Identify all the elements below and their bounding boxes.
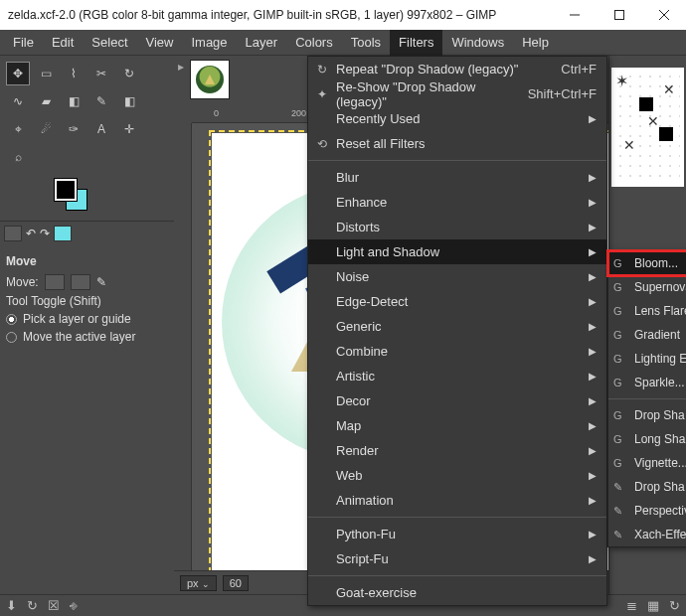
filters-item-recently-used[interactable]: Recently Used▶ xyxy=(308,106,606,131)
tool-color-picker[interactable]: ✛ xyxy=(117,117,141,141)
opt-pick-layer[interactable]: Pick a layer or guide xyxy=(6,310,168,328)
move-mode-selection[interactable] xyxy=(71,274,90,290)
ruler-toggle-icon[interactable]: ▸ xyxy=(178,60,184,74)
submenu-item-lighting-e[interactable]: GLighting E xyxy=(608,347,686,371)
filters-item-generic[interactable]: Generic▶ xyxy=(308,314,606,339)
menu-label: Reset all Filters xyxy=(336,136,426,151)
menu-layer[interactable]: Layer xyxy=(237,30,287,56)
menu-separator xyxy=(308,575,606,576)
menu-colors[interactable]: Colors xyxy=(286,30,342,56)
sb-anchor-icon[interactable]: ⎆ xyxy=(70,598,78,613)
chevron-right-icon: ▶ xyxy=(589,346,597,357)
image-tab-thumb[interactable] xyxy=(190,60,230,99)
menu-file[interactable]: File xyxy=(4,30,43,56)
cross-icon: ✕ xyxy=(663,81,675,97)
menu-filters[interactable]: Filters xyxy=(390,30,442,56)
submenu-item-perspective[interactable]: ✎Perspective xyxy=(608,499,686,523)
tool-gradient[interactable]: ◧ xyxy=(62,89,86,113)
menu-select[interactable]: Select xyxy=(83,30,136,56)
filters-item-repeat-drop-shadow-legacy-[interactable]: ↻Repeat "Drop Shadow (legacy)"Ctrl+F xyxy=(308,57,606,81)
filters-item-distorts[interactable]: Distorts▶ xyxy=(308,215,606,239)
filters-item-re-show-drop-shadow-legacy-[interactable]: ✦Re-Show "Drop Shadow (legacy)"Shift+Ctr… xyxy=(308,81,606,106)
menu-label: Enhance xyxy=(336,195,387,210)
filters-item-python-fu[interactable]: Python-Fu▶ xyxy=(308,522,606,546)
fg-color-swatch[interactable] xyxy=(55,179,77,201)
gegl-icon: ✎ xyxy=(613,505,629,518)
filters-item-goat-exercise[interactable]: Goat-exercise xyxy=(308,580,606,605)
submenu-item-lens-flare[interactable]: GLens Flare xyxy=(608,299,686,323)
minimize-button[interactable] xyxy=(552,0,597,30)
sb-download-icon[interactable]: ⬇ xyxy=(6,598,17,613)
filters-item-reset-all-filters[interactable]: ⟲Reset all Filters xyxy=(308,131,606,156)
gegl-icon: G xyxy=(613,281,629,293)
color-swatches[interactable] xyxy=(0,175,174,221)
filters-item-script-fu[interactable]: Script-Fu▶ xyxy=(308,546,606,571)
sb-refresh-icon[interactable]: ↻ xyxy=(27,598,38,613)
tool-crop[interactable]: ✂ xyxy=(89,62,113,85)
menu-view[interactable]: View xyxy=(137,30,183,56)
move-mode-path-icon[interactable]: ✎ xyxy=(96,275,106,289)
menu-edit[interactable]: Edit xyxy=(43,30,83,56)
zoom-selector[interactable]: 60 xyxy=(223,575,249,591)
menu-help[interactable]: Help xyxy=(513,30,558,56)
submenu-item-drop-sha[interactable]: ✎Drop Sha xyxy=(608,475,686,499)
radio-icon xyxy=(6,314,17,325)
sb-delete-icon[interactable]: ☒ xyxy=(48,598,60,613)
filters-item-light-and-shadow[interactable]: Light and Shadow▶ xyxy=(308,239,606,264)
submenu-item-bloom-[interactable]: GBloom... xyxy=(608,251,686,275)
tool-rotate[interactable]: ↻ xyxy=(117,62,141,85)
tool-eraser[interactable]: ◧ xyxy=(117,89,141,113)
tool-smudge[interactable]: ☄ xyxy=(34,117,58,141)
tool-move[interactable]: ✥ xyxy=(6,62,30,85)
sb-grid-icon[interactable]: ▦ xyxy=(647,598,659,613)
tool-text[interactable]: A xyxy=(89,117,113,141)
tool-clone[interactable]: ⌖ xyxy=(6,117,30,141)
menu-windows[interactable]: Windows xyxy=(442,30,513,56)
tool-rect-select[interactable]: ▭ xyxy=(34,62,58,85)
filters-item-decor[interactable]: Decor▶ xyxy=(308,388,606,413)
filters-item-combine[interactable]: Combine▶ xyxy=(308,339,606,364)
submenu-item-supernova[interactable]: GSupernova xyxy=(608,275,686,299)
move-label: Move: xyxy=(6,275,39,289)
filters-item-noise[interactable]: Noise▶ xyxy=(308,264,606,289)
move-mode-layer[interactable] xyxy=(45,274,65,290)
tool-zoom[interactable]: ⌕ xyxy=(6,145,30,169)
undo-icon[interactable]: ↶ xyxy=(26,227,36,240)
tool-warp[interactable]: ∿ xyxy=(6,89,30,113)
redo-icon[interactable]: ↷ xyxy=(40,227,50,240)
ruler-vertical[interactable] xyxy=(174,123,192,594)
unit-selector[interactable]: px ⌄ xyxy=(180,575,217,591)
sb-list-icon[interactable]: ≣ xyxy=(626,598,637,613)
submenu-item-xach-effe[interactable]: ✎Xach-Effe xyxy=(608,523,686,546)
pattern-preview[interactable]: ✶ ✕ ✕ ✕ xyxy=(611,68,684,187)
filters-item-blur[interactable]: Blur▶ xyxy=(308,165,606,190)
filters-item-map[interactable]: Map▶ xyxy=(308,413,606,438)
submenu-item-drop-sha[interactable]: GDrop Sha xyxy=(608,403,686,427)
menu-tools[interactable]: Tools xyxy=(342,30,390,56)
tool-bucket[interactable]: ▰ xyxy=(34,89,58,113)
menu-label: Generic xyxy=(336,319,382,334)
tool-pencil[interactable]: ✎ xyxy=(89,89,113,113)
tool-path[interactable]: ✑ xyxy=(62,117,86,141)
dock-tab-2[interactable] xyxy=(54,226,72,241)
maximize-button[interactable] xyxy=(597,0,641,30)
tool-free-select[interactable]: ⌇ xyxy=(62,62,86,85)
filters-item-edge-detect[interactable]: Edge-Detect▶ xyxy=(308,289,606,314)
submenu-item-long-sha[interactable]: GLong Sha xyxy=(608,427,686,451)
filters-item-enhance[interactable]: Enhance▶ xyxy=(308,190,606,215)
menu-label: Goat-exercise xyxy=(336,585,417,600)
pattern-dot xyxy=(659,127,673,141)
sb-reload-icon[interactable]: ↻ xyxy=(669,598,680,613)
filters-item-web[interactable]: Web▶ xyxy=(308,463,606,488)
gegl-icon: ✎ xyxy=(613,529,629,541)
submenu-item-gradient[interactable]: GGradient xyxy=(608,323,686,347)
submenu-item-sparkle-[interactable]: GSparkle... xyxy=(608,371,686,394)
filters-item-render[interactable]: Render▶ xyxy=(308,438,606,463)
filters-item-animation[interactable]: Animation▶ xyxy=(308,488,606,513)
opt-move-active[interactable]: Move the active layer xyxy=(6,328,168,346)
close-button[interactable] xyxy=(641,0,686,30)
filters-item-artistic[interactable]: Artistic▶ xyxy=(308,364,606,388)
menu-image[interactable]: Image xyxy=(182,30,236,56)
submenu-item-vignette-[interactable]: GVignette... xyxy=(608,451,686,475)
dock-tab-1[interactable] xyxy=(4,226,22,241)
